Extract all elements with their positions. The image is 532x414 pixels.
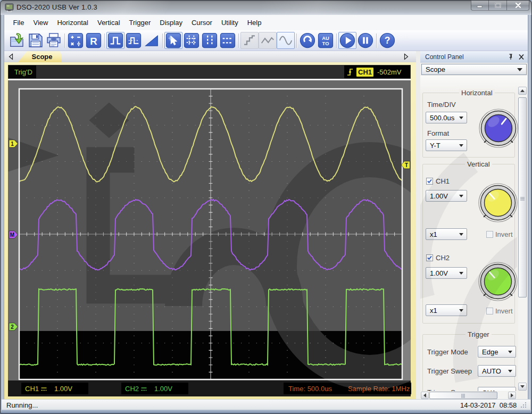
oscilloscope-display[interactable]: 1M2T (8, 80, 411, 380)
toolbar: RAUTO? (4, 30, 528, 51)
menu-horizontal[interactable]: Horizontal (53, 16, 93, 29)
chevron-down-icon (508, 370, 512, 372)
scroll-down-button[interactable] (518, 383, 527, 391)
trigger-source-dropdown[interactable]: CH1 (478, 387, 516, 391)
ch1-scale-dropdown[interactable]: 1.00V (426, 190, 467, 202)
run-button[interactable] (338, 32, 356, 49)
pointer-button[interactable] (164, 32, 182, 49)
control-panel-close-icon[interactable] (517, 53, 526, 61)
maximize-button[interactable] (489, 1, 507, 11)
pause-button[interactable] (356, 32, 375, 49)
ch2-position-knob[interactable] (477, 260, 519, 303)
trigger-mode-dropdown[interactable]: Edge (478, 346, 516, 358)
ch1-scale-value: 1.00V (54, 385, 72, 393)
horizontal-scrollbar[interactable] (420, 392, 517, 399)
ch1-position-knob[interactable] (477, 181, 519, 224)
ch2-probe-dropdown[interactable]: x1 (426, 304, 467, 316)
vector-display-button[interactable] (259, 32, 277, 49)
format-value: Y-T (426, 142, 459, 150)
help-button[interactable]: ? (378, 32, 396, 49)
reference-button[interactable]: R (85, 32, 103, 49)
panel-splitter[interactable] (416, 51, 420, 399)
menu-trigger[interactable]: Trigger (124, 16, 155, 29)
menu-cursor[interactable]: Cursor (187, 16, 217, 29)
menu-utility[interactable]: Utility (217, 16, 243, 29)
grid-button[interactable] (182, 32, 201, 49)
vertical-scrollbar[interactable] (518, 87, 527, 391)
ch2-probe-value: x1 (426, 307, 459, 314)
print-button[interactable] (45, 32, 63, 49)
duty-cycle-button[interactable] (124, 32, 143, 49)
time-sample-box: Time: 500.0us Sample Rate: 1MHz (284, 383, 411, 394)
time-div-dropdown[interactable]: 500.0us (426, 112, 467, 123)
ch1-probe-value: x1 (426, 230, 459, 238)
pulse-button[interactable] (106, 32, 124, 49)
svg-text:1: 1 (11, 141, 14, 147)
menu-help[interactable]: Help (243, 16, 266, 29)
toolbar-separator (238, 34, 239, 48)
horizontal-cursors-button[interactable] (219, 32, 237, 49)
scroll-up-button[interactable] (518, 87, 527, 95)
window-frame-bottom (0, 410, 532, 414)
tab-scroll-right-icon[interactable] (402, 53, 410, 61)
print-icon (46, 32, 62, 48)
tab-strip: Scope (4, 51, 416, 62)
control-panel-title: Control Panel (420, 53, 506, 61)
resize-grip[interactable] (520, 402, 527, 409)
minimize-button[interactable] (471, 1, 489, 11)
refresh-button[interactable] (298, 32, 317, 49)
trigger-sweep-dropdown[interactable]: AUTO (478, 365, 516, 377)
pulse-icon (107, 32, 123, 48)
open-button[interactable] (9, 32, 27, 49)
ch2-scale-value: 1.00V (154, 385, 172, 393)
ch1-scale-box: CH1 1.00V (21, 383, 88, 394)
pin-icon[interactable] (506, 53, 515, 61)
ch1-invert-checkbox[interactable] (486, 231, 493, 238)
trigger-status-box: Trig'D (9, 65, 36, 78)
ch2-scale-dropdown[interactable]: 1.00V (426, 267, 467, 279)
menu-view[interactable]: View (29, 16, 53, 29)
menu-display[interactable]: Display (155, 16, 187, 29)
ch1-probe-dropdown[interactable]: x1 (426, 228, 467, 240)
vertical-cursors-button[interactable] (201, 32, 219, 49)
scroll-right-button[interactable] (508, 392, 516, 399)
horizontal-cursors-icon (220, 32, 236, 48)
auto-setup-button[interactable]: AUTO (317, 32, 335, 49)
ramp-button[interactable] (143, 32, 161, 49)
refresh-icon (300, 32, 315, 48)
horizontal-knob[interactable] (477, 107, 520, 150)
svg-text:2: 2 (11, 324, 14, 330)
scroll-left-button[interactable] (421, 392, 429, 399)
ch1-coupling-icon (41, 387, 47, 392)
step-display-button[interactable] (240, 32, 259, 49)
horizontal-scrollbar-thumb[interactable] (429, 392, 497, 399)
math-button[interactable] (66, 32, 85, 49)
panel-selector-dropdown[interactable]: Scope (421, 64, 527, 75)
svg-text:TO: TO (322, 41, 329, 46)
vertical-scrollbar-thumb[interactable] (518, 97, 527, 297)
sine-display-button[interactable] (277, 32, 295, 49)
ch1-enable-checkbox[interactable] (426, 178, 433, 185)
application-icon (5, 3, 14, 12)
time-per-div-value: Time: 500.0us (288, 385, 332, 393)
trigger-sweep-label: Trigger Sweep (427, 367, 472, 375)
reference-icon: R (86, 32, 102, 48)
ch2-info-label: CH2 (125, 385, 139, 393)
ch2-invert-checkbox[interactable] (486, 308, 493, 314)
control-panel: Control Panel Scope Horizontal Time/DIV … (420, 51, 528, 399)
math-icon (68, 32, 84, 48)
save-button[interactable] (27, 32, 45, 49)
ch1-scale-value: 1.00V (426, 192, 459, 200)
close-button[interactable] (507, 1, 529, 11)
panel-selector-value: Scope (422, 65, 517, 73)
chevron-down-icon (459, 117, 463, 119)
chevron-down-icon (459, 195, 463, 197)
tab-scroll-left-icon[interactable] (7, 53, 15, 61)
tab-scope[interactable]: Scope (18, 51, 62, 62)
format-dropdown[interactable]: Y-T (426, 139, 467, 151)
window-title: DSO-2020 USB Ver 1.0.3 (16, 3, 97, 11)
ch2-enable-checkbox[interactable] (426, 254, 433, 261)
menu-vertical[interactable]: Vertical (93, 16, 124, 29)
menu-file[interactable]: File (9, 16, 29, 29)
svg-text:AU: AU (322, 36, 329, 41)
